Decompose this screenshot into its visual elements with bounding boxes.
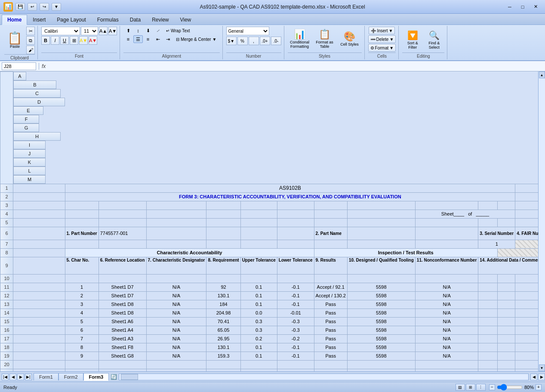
cell-K5[interactable] — [478, 218, 497, 227]
cell-tooling-5[interactable]: 5598 — [347, 317, 415, 326]
cell-K13[interactable] — [478, 300, 497, 309]
cell-G6[interactable] — [277, 227, 314, 240]
cell-lower-6[interactable]: -0.3 — [277, 326, 314, 334]
cell-A5[interactable] — [13, 218, 65, 227]
cell-B3[interactable] — [65, 201, 99, 210]
cell-M18[interactable] — [515, 343, 538, 352]
cell-upper-1[interactable]: 0.1 — [240, 283, 277, 291]
cell-lower-4[interactable]: -0.01 — [277, 309, 314, 317]
cell-req-3[interactable]: 184 — [206, 300, 240, 309]
cell-lower-7[interactable]: -0.2 — [277, 334, 314, 343]
cell-result-4[interactable]: Pass — [314, 309, 347, 317]
cell-G3[interactable] — [277, 201, 314, 210]
cell-A3[interactable] — [13, 201, 65, 210]
cell-L18[interactable] — [497, 343, 515, 352]
cell-ref-3[interactable]: Sheet1 D8 — [99, 300, 146, 309]
cell-A15[interactable] — [13, 317, 65, 326]
cell-M4[interactable] — [515, 210, 538, 218]
underline-button[interactable]: U — [60, 36, 69, 45]
cell-K10[interactable] — [478, 274, 497, 283]
cell-form-title[interactable]: FORM 3: CHARACTERISTIC ACCOUNTABILITY, V… — [65, 192, 515, 201]
cell-A9[interactable] — [13, 257, 65, 274]
rownum-10[interactable]: 10 — [0, 274, 13, 283]
cell-upper-9[interactable]: 0.1 — [240, 352, 277, 360]
copy-button[interactable]: ⧉ — [26, 36, 35, 45]
cell-A17[interactable] — [13, 334, 65, 343]
tab-prev-button[interactable]: ◀ — [9, 373, 16, 380]
tab-next-button[interactable]: ▶ — [17, 373, 24, 380]
header-req[interactable]: 8. Requirement — [206, 257, 240, 274]
cell-J21[interactable] — [415, 369, 478, 371]
cell-ref-9[interactable]: Sheet1 G8 — [99, 352, 146, 360]
cell-E5[interactable] — [206, 218, 240, 227]
cell-lower-5[interactable]: -0.3 — [277, 317, 314, 326]
cell-A6[interactable] — [13, 227, 65, 240]
conditional-formatting-button[interactable]: 📊 Conditional Formatting — [288, 27, 312, 51]
font-color-button[interactable]: A▼ — [89, 36, 97, 45]
border-button[interactable]: ⊞ — [70, 36, 78, 45]
sheet-tab-form3[interactable]: Form3 — [83, 373, 109, 381]
cell-D20[interactable] — [146, 360, 206, 369]
italic-button[interactable]: I — [51, 36, 59, 45]
cell-L15[interactable] — [497, 317, 515, 326]
cell-A14[interactable] — [13, 309, 65, 317]
cell-M1[interactable] — [515, 184, 538, 192]
cell-des-4[interactable]: N/A — [146, 309, 206, 317]
cell-F20[interactable] — [240, 360, 277, 369]
cell-J3[interactable] — [415, 201, 478, 210]
cell-H10[interactable] — [314, 274, 347, 283]
cell-M20[interactable] — [515, 360, 538, 369]
cell-F7[interactable] — [240, 240, 277, 248]
header-ref-loc[interactable]: 6. Reference Location — [99, 257, 146, 274]
vertical-scrollbar[interactable]: ▲ ▼ — [538, 71, 545, 371]
cell-A10[interactable] — [13, 274, 65, 283]
cell-des-1[interactable]: N/A — [146, 283, 206, 291]
cell-des-9[interactable]: N/A — [146, 352, 206, 360]
cell-ref-5[interactable]: Sheet1 A6 — [99, 317, 146, 326]
cell-L3[interactable] — [497, 201, 515, 210]
cell-K16[interactable] — [478, 326, 497, 334]
cell-I7[interactable] — [347, 240, 415, 248]
cell-L13[interactable] — [497, 300, 515, 309]
cell-K18[interactable] — [478, 343, 497, 352]
cell-A13[interactable] — [13, 300, 65, 309]
align-left-button[interactable]: ≡ — [123, 35, 133, 43]
cell-I10[interactable] — [347, 274, 415, 283]
part-number-label[interactable]: 1. Part Number — [65, 227, 99, 240]
cell-nonconf-4[interactable]: N/A — [415, 309, 478, 317]
scroll-left-button[interactable]: ◀ — [530, 373, 537, 380]
cell-A4[interactable] — [13, 210, 65, 218]
cell-B10[interactable] — [65, 274, 99, 283]
cell-F3[interactable] — [240, 201, 277, 210]
cell-K14[interactable] — [478, 309, 497, 317]
cell-M16[interactable] — [515, 326, 538, 334]
cell-upper-7[interactable]: 0.2 — [240, 334, 277, 343]
cell-L19[interactable] — [497, 352, 515, 360]
cell-H20[interactable] — [314, 360, 347, 369]
find-select-button[interactable]: 🔍 Find & Select — [424, 28, 444, 52]
cell-B5[interactable] — [65, 218, 99, 227]
scroll-right-button[interactable]: ▶ — [538, 373, 545, 380]
cell-A1[interactable] — [13, 184, 65, 192]
cell-result-5[interactable]: Pass — [314, 317, 347, 326]
fair-number-label[interactable]: 4. FAIR Number — [515, 227, 538, 240]
cell-G10[interactable] — [277, 274, 314, 283]
cell-charno-6[interactable]: 6 — [65, 326, 99, 334]
col-J[interactable]: J — [13, 149, 46, 158]
header-lower-tol[interactable]: Lower Tolerance — [277, 257, 314, 274]
rownum-14[interactable]: 14 — [0, 309, 13, 317]
cell-M3[interactable] — [515, 201, 538, 210]
col-B[interactable]: B — [13, 80, 56, 89]
cell-K20[interactable] — [478, 360, 497, 369]
align-center-button[interactable]: ☰ — [133, 35, 143, 43]
cell-J6[interactable] — [415, 227, 478, 240]
zoom-in-button[interactable]: + — [536, 384, 542, 390]
col-M[interactable]: M — [13, 175, 46, 184]
tab-first-button[interactable]: |◀ — [2, 373, 9, 380]
cell-A8[interactable] — [13, 248, 65, 257]
cell-des-3[interactable]: N/A — [146, 300, 206, 309]
cell-M7[interactable] — [515, 240, 538, 248]
font-family-select[interactable]: Calibri — [41, 27, 80, 35]
cell-nonconf-3[interactable]: N/A — [415, 300, 478, 309]
comma-button[interactable]: , — [249, 37, 259, 45]
